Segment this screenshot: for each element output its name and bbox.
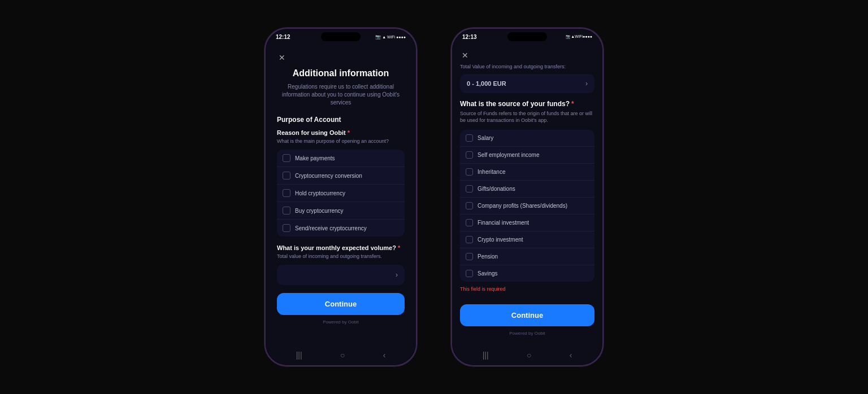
source-financial-investment[interactable]: Financial investment bbox=[460, 214, 594, 231]
source-checkbox-8[interactable] bbox=[466, 270, 473, 277]
dynamic-island-1 bbox=[321, 32, 361, 41]
checkbox-label-4: Send/receive cryptocurrency bbox=[295, 225, 367, 231]
source-savings[interactable]: Savings bbox=[460, 265, 594, 282]
reason-desc: What is the main purpose of opening an a… bbox=[277, 138, 405, 144]
source-checkbox-7[interactable] bbox=[466, 253, 473, 260]
source-salary[interactable]: Salary bbox=[460, 130, 594, 147]
source-checkbox-4[interactable] bbox=[466, 202, 473, 209]
source-company-profits[interactable]: Company profits (Shares/dividends) bbox=[460, 198, 594, 214]
checkbox-box-3[interactable] bbox=[283, 207, 290, 214]
checkbox-label-1: Cryptocurrency conversion bbox=[295, 173, 362, 179]
volume-label: What is your monthly expected volume? * bbox=[277, 244, 405, 251]
source-pension[interactable]: Pension bbox=[460, 248, 594, 265]
status-icons-2: 📷▲WiFi●●●● bbox=[566, 34, 592, 39]
source-checkbox-6[interactable] bbox=[466, 236, 473, 243]
source-checkbox-2[interactable] bbox=[466, 168, 473, 176]
source-checkbox-3[interactable] bbox=[466, 185, 473, 192]
screen-subtitle-1: Regulations require us to collect additi… bbox=[277, 83, 405, 107]
source-crypto-investment[interactable]: Crypto investment bbox=[460, 231, 594, 248]
status-icons-1: 📷 ▲ WiFi ●●●● bbox=[375, 34, 406, 40]
screen-title-1: Additional information bbox=[277, 68, 405, 78]
close-button-2[interactable]: ✕ bbox=[460, 50, 470, 60]
powered-by-2: Powered by Oobit bbox=[460, 331, 594, 342]
source-label-3: Gifts/donations bbox=[478, 186, 515, 192]
source-list: Salary Self employment income Inheritanc… bbox=[460, 130, 594, 282]
reason-label: Reason for using Oobit * bbox=[277, 129, 405, 136]
error-text: This field is required bbox=[460, 286, 594, 292]
volume-desc: Total value of incoming and outgoing tra… bbox=[277, 253, 405, 259]
phone-1: 12:12 📷 ▲ WiFi ●●●● ✕ Additional informa… bbox=[264, 28, 417, 366]
reason-checkboxes: Make payments Cryptocurrency conversion … bbox=[277, 150, 405, 237]
continue-button-2[interactable]: Continue bbox=[460, 304, 594, 326]
checkbox-box-0[interactable] bbox=[283, 154, 290, 162]
purpose-section-title: Purpose of Account bbox=[277, 116, 405, 124]
source-label-6: Crypto investment bbox=[478, 237, 523, 243]
chevron-right-icon-2: › bbox=[585, 80, 588, 87]
checkbox-box-1[interactable] bbox=[283, 172, 290, 180]
source-checkbox-5[interactable] bbox=[466, 219, 473, 226]
close-button-1[interactable]: ✕ bbox=[277, 52, 287, 63]
checkbox-crypto-conversion[interactable]: Cryptocurrency conversion bbox=[277, 167, 405, 185]
source-inheritance[interactable]: Inheritance bbox=[460, 164, 594, 181]
source-checkbox-0[interactable] bbox=[466, 134, 473, 142]
checkbox-hold-crypto[interactable]: Hold cryptocurrency bbox=[277, 185, 405, 202]
bottom-nav-2: ||| ○ ‹ bbox=[452, 345, 602, 365]
nav-back-icon: ‹ bbox=[383, 351, 386, 360]
checkbox-label-2: Hold cryptocurrency bbox=[295, 190, 345, 196]
continue-button-1[interactable]: Continue bbox=[277, 293, 405, 315]
powered-by-1: Powered by Oobit bbox=[277, 319, 405, 330]
chevron-right-icon: › bbox=[396, 271, 398, 279]
volume-field[interactable]: › bbox=[277, 265, 405, 285]
monthly-section: What is your monthly expected volume? * … bbox=[277, 244, 405, 285]
checkbox-box-2[interactable] bbox=[283, 189, 290, 197]
source-label-8: Savings bbox=[478, 270, 498, 277]
source-label-0: Salary bbox=[478, 135, 493, 141]
bottom-nav-1: ||| ○ ‹ bbox=[266, 345, 416, 365]
source-label-7: Pension bbox=[478, 253, 498, 260]
partial-volume-title: Total Value of incoming and outgoing tra… bbox=[460, 64, 594, 71]
source-label-5: Financial investment bbox=[478, 220, 529, 226]
checkbox-buy-crypto[interactable]: Buy cryptocurrency bbox=[277, 202, 405, 220]
nav-menu-icon-2: ||| bbox=[483, 351, 489, 360]
checkbox-label-0: Make payments bbox=[295, 155, 335, 161]
funds-source-desc: Source of Funds refers to the origin of … bbox=[460, 110, 594, 124]
nav-home-icon-2: ○ bbox=[527, 351, 531, 360]
checkbox-send-crypto[interactable]: Send/receive cryptocurrency bbox=[277, 220, 405, 237]
funds-source-title: What is the source of your funds? * bbox=[460, 100, 594, 108]
source-label-4: Company profits (Shares/dividends) bbox=[478, 203, 567, 209]
phone1-scroll[interactable]: ✕ Additional information Regulations req… bbox=[266, 45, 416, 345]
checkbox-box-4[interactable] bbox=[283, 224, 290, 232]
volume-selected-text: 0 - 1,000 EUR bbox=[467, 80, 506, 87]
time-1: 12:12 bbox=[276, 34, 290, 40]
volume-selected-field[interactable]: 0 - 1,000 EUR › bbox=[460, 74, 594, 93]
checkbox-label-3: Buy cryptocurrency bbox=[295, 208, 344, 214]
source-label-1: Self employment income bbox=[478, 152, 540, 158]
dynamic-island-2 bbox=[507, 32, 547, 41]
source-gifts[interactable]: Gifts/donations bbox=[460, 181, 594, 198]
source-self-employment[interactable]: Self employment income bbox=[460, 147, 594, 164]
phone-2: 12:13 📷▲WiFi●●●● ✕ Total Value of incomi… bbox=[451, 28, 604, 366]
phone2-scroll[interactable]: ✕ Total Value of incoming and outgoing t… bbox=[452, 45, 602, 345]
time-2: 12:13 bbox=[462, 34, 477, 40]
source-checkbox-1[interactable] bbox=[466, 151, 473, 159]
nav-home-icon: ○ bbox=[340, 351, 345, 360]
nav-back-icon-2: ‹ bbox=[570, 351, 572, 360]
nav-menu-icon: ||| bbox=[296, 351, 302, 360]
checkbox-make-payments[interactable]: Make payments bbox=[277, 150, 405, 167]
source-label-2: Inheritance bbox=[478, 169, 505, 175]
